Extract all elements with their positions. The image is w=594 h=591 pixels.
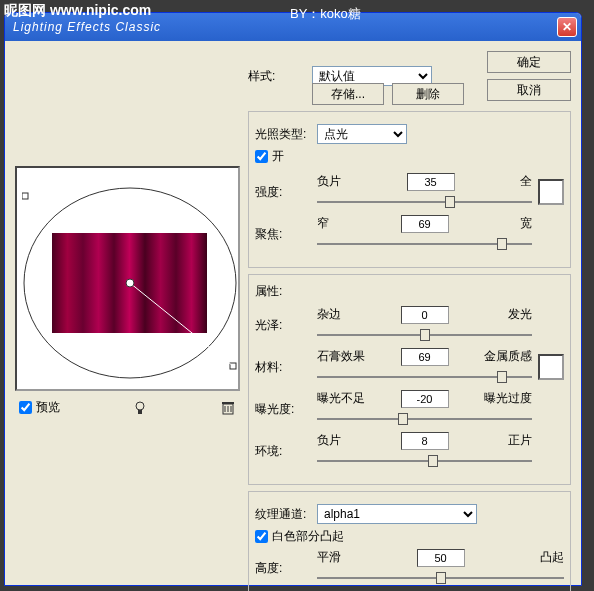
titlebar[interactable]: Lighting Effects Classic ✕ [5, 13, 581, 41]
properties-legend: 属性: [255, 283, 564, 300]
exposure-label: 曝光度: [255, 401, 311, 418]
preview-checkbox-row[interactable]: 预览 [19, 399, 60, 416]
intensity-input[interactable] [407, 173, 455, 191]
height-slider[interactable] [317, 569, 564, 587]
material-slider[interactable] [317, 368, 532, 386]
close-icon: ✕ [562, 20, 572, 34]
window-title: Lighting Effects Classic [13, 20, 161, 34]
preview-canvas[interactable] [15, 166, 240, 391]
focus-input[interactable] [401, 215, 449, 233]
texture-legend: 纹理通道: [255, 506, 311, 523]
ambience-input[interactable] [401, 432, 449, 450]
light-type-group: 光照类型: 点光 开 强度: 负片全 聚焦: [248, 111, 571, 268]
style-label: 样式: [248, 68, 304, 85]
intensity-slider[interactable] [317, 193, 532, 211]
preview-label: 预览 [36, 399, 60, 416]
light-on-row[interactable]: 开 [255, 148, 564, 165]
light-type-select[interactable]: 点光 [317, 124, 407, 144]
exposure-slider[interactable] [317, 410, 532, 428]
intensity-label: 强度: [255, 184, 311, 201]
light-ellipse-handle[interactable] [22, 183, 237, 383]
lightbulb-icon[interactable] [132, 400, 148, 416]
preview-checkbox[interactable] [19, 401, 32, 414]
height-input[interactable] [417, 549, 465, 567]
preview-controls: 预览 [15, 399, 240, 416]
exposure-input[interactable] [401, 390, 449, 408]
svg-rect-6 [138, 410, 142, 414]
svg-point-4 [126, 279, 134, 287]
properties-group: 属性: 光泽: 杂边发光 材料: 石膏效果金属质感 [248, 274, 571, 485]
light-color-swatch[interactable] [538, 179, 564, 205]
svg-line-3 [130, 283, 233, 366]
gloss-slider[interactable] [317, 326, 532, 344]
ambience-label: 环境: [255, 443, 311, 460]
light-type-label: 光照类型: [255, 126, 311, 143]
svg-rect-11 [222, 402, 234, 404]
white-high-row[interactable]: 白色部分凸起 [255, 528, 564, 545]
light-on-label: 开 [272, 148, 284, 165]
save-button[interactable]: 存储... [312, 83, 384, 105]
trash-icon[interactable] [220, 400, 236, 416]
svg-rect-1 [22, 193, 28, 199]
close-button[interactable]: ✕ [557, 17, 577, 37]
ambient-color-swatch[interactable] [538, 354, 564, 380]
material-label: 材料: [255, 359, 311, 376]
texture-channel-select[interactable]: alpha1 [317, 504, 477, 524]
ambience-slider[interactable] [317, 452, 532, 470]
material-input[interactable] [401, 348, 449, 366]
ok-button[interactable]: 确定 [487, 51, 571, 73]
gloss-input[interactable] [401, 306, 449, 324]
height-label: 高度: [255, 560, 311, 577]
content-area: 预览 样式: 默认值 确定 取消 存储... 删除 [5, 41, 581, 585]
svg-point-5 [136, 402, 144, 410]
delete-button[interactable]: 删除 [392, 83, 464, 105]
left-panel: 预览 [15, 51, 240, 575]
right-panel: 样式: 默认值 确定 取消 存储... 删除 光照类型: 点光 [248, 51, 571, 575]
texture-group: 纹理通道: alpha1 白色部分凸起 高度: 平滑凸起 [248, 491, 571, 591]
dialog-window: Lighting Effects Classic ✕ 预览 [4, 12, 582, 586]
white-high-checkbox[interactable] [255, 530, 268, 543]
focus-slider[interactable] [317, 235, 532, 253]
focus-label: 聚焦: [255, 226, 311, 243]
light-on-checkbox[interactable] [255, 150, 268, 163]
white-high-label: 白色部分凸起 [272, 528, 344, 545]
gloss-label: 光泽: [255, 317, 311, 334]
